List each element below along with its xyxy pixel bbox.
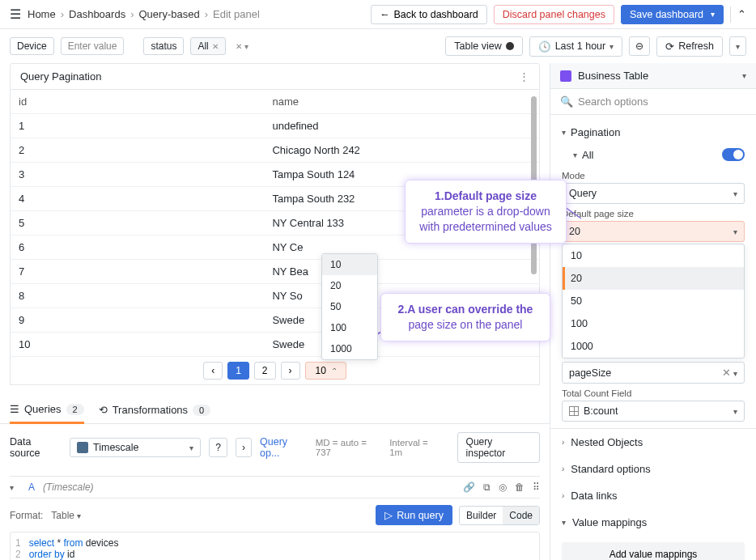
datasource-select[interactable]: Timescale ▾ xyxy=(70,438,201,457)
breadcrumb-home[interactable]: Home xyxy=(28,8,56,20)
default-page-size-dropdown: 1020501001000 xyxy=(562,244,745,358)
query-ds-name: (Timescale) xyxy=(43,482,94,493)
back-button[interactable]: ←Back to dashboard xyxy=(371,5,487,24)
section-value-mappings[interactable]: ▾Value mappings xyxy=(550,509,756,536)
panel-menu-icon[interactable]: ⋮ xyxy=(519,70,529,83)
col-name[interactable]: name xyxy=(264,90,539,114)
refresh-button[interactable]: ⟳Refresh xyxy=(656,36,723,57)
device-label: Device xyxy=(10,37,54,55)
chevron-up-icon[interactable]: ⌃ xyxy=(737,8,746,20)
save-button[interactable]: Save dashboard▾ xyxy=(621,5,724,24)
business-table-icon xyxy=(560,70,571,82)
builder-tab[interactable]: Builder xyxy=(460,507,503,524)
query-letter[interactable]: A xyxy=(28,482,35,493)
page-size-option[interactable]: 50 xyxy=(322,296,377,317)
page-size-option[interactable]: 20 xyxy=(322,275,377,296)
viz-picker-chevron-icon[interactable]: ▾ xyxy=(742,71,746,80)
queries-icon: ☰ xyxy=(10,403,19,415)
time-range-picker[interactable]: 🕓Last 1 hour▾ xyxy=(529,36,623,57)
breadcrumb: Home › Dashboards › Query-based › Edit p… xyxy=(28,8,364,20)
page-size-selector[interactable]: 10⌃ xyxy=(305,362,346,380)
default-size-option[interactable]: 1000 xyxy=(563,335,744,358)
md-info: MD = auto = 737 xyxy=(316,438,381,457)
callout-2: 2.A user can override the page size on t… xyxy=(380,293,550,342)
tab-queries[interactable]: ☰ Queries 2 xyxy=(10,403,84,424)
default-size-option[interactable]: 20 xyxy=(563,267,744,290)
page-size-dropdown: 1020501001000 xyxy=(321,253,378,360)
default-size-option[interactable]: 100 xyxy=(563,312,744,335)
default-page-size-select[interactable]: 20▾ xyxy=(562,221,745,242)
zoom-out-icon[interactable]: ⊖ xyxy=(629,36,650,56)
query-collapse-icon[interactable]: ▾ xyxy=(10,483,14,492)
format-select[interactable]: Table ▾ xyxy=(51,510,81,521)
default-size-option[interactable]: 10 xyxy=(563,244,744,267)
callout-1: 1.Default page size parameter is a drop-… xyxy=(405,180,567,244)
hamburger-icon[interactable]: ☰ xyxy=(10,6,21,22)
col-id[interactable]: id xyxy=(11,90,264,114)
table-view-toggle[interactable]: Table view xyxy=(445,36,522,56)
interval-info: Interval = 1m xyxy=(389,438,440,457)
page-size-option[interactable]: 10 xyxy=(322,254,377,275)
breadcrumb-edit: Edit panel xyxy=(213,8,260,20)
refresh-interval-dropdown[interactable]: ▾ xyxy=(729,36,746,56)
datasource-label: Data source xyxy=(10,436,62,459)
all-label: All xyxy=(582,149,593,161)
section-data-links[interactable]: ›Data links xyxy=(550,482,756,509)
query-link-icon[interactable]: 🔗 xyxy=(463,482,475,493)
expand-icon[interactable]: › xyxy=(236,438,252,457)
viz-picker[interactable]: Business Table xyxy=(578,70,736,82)
status-all-chip[interactable]: All✕ xyxy=(190,37,225,55)
format-label: Format: xyxy=(10,510,43,521)
table-row: 2Chicago North 242 xyxy=(11,138,539,163)
mode-label: Mode xyxy=(562,171,745,180)
section-nested-objects[interactable]: ›Nested Objects xyxy=(550,429,756,456)
search-options-input[interactable]: Search options xyxy=(578,95,648,108)
page-next[interactable]: › xyxy=(281,362,300,380)
query-duplicate-icon[interactable]: ⧉ xyxy=(483,482,491,493)
transformations-icon: ⟲ xyxy=(99,404,108,416)
default-size-option[interactable]: 50 xyxy=(563,290,744,312)
mode-select[interactable]: Query▾ xyxy=(562,183,745,204)
breadcrumb-dashboards[interactable]: Dashboards xyxy=(69,8,125,20)
table-row: 1undefined xyxy=(11,114,539,138)
section-standard-options[interactable]: ›Standard options xyxy=(550,456,756,482)
tab-transformations[interactable]: ⟲ Transformations 0 xyxy=(99,404,211,422)
panel-title: Query Pagination xyxy=(20,70,101,83)
sql-editor[interactable]: 1234 select * from devices order by id l… xyxy=(10,532,540,560)
total-count-label: Total Count Field xyxy=(562,388,745,398)
page-size-option[interactable]: 1000 xyxy=(322,338,377,359)
code-tab[interactable]: Code xyxy=(503,507,539,524)
page-size-variable-row[interactable]: pageSize ✕ ▾ xyxy=(562,362,745,384)
field-icon xyxy=(569,406,579,416)
page-size-option[interactable]: 100 xyxy=(322,317,377,338)
discard-button[interactable]: Discard panel changes xyxy=(494,5,614,24)
default-page-size-label: Default page size xyxy=(562,209,745,218)
table-row: 7NY Bea xyxy=(11,260,539,284)
page-2[interactable]: 2 xyxy=(254,362,276,380)
all-toggle[interactable] xyxy=(722,148,745,161)
query-delete-icon[interactable]: 🗑 xyxy=(515,482,525,493)
section-pagination[interactable]: ▾Pagination xyxy=(562,121,745,143)
status-clear-icon[interactable]: ✕ ▾ xyxy=(236,42,248,51)
page-1[interactable]: 1 xyxy=(227,362,249,380)
status-label: status xyxy=(143,37,184,55)
page-prev[interactable]: ‹ xyxy=(203,362,223,380)
search-icon: 🔍 xyxy=(560,95,573,108)
all-collapse-icon[interactable]: ▾ xyxy=(573,151,577,159)
device-input[interactable]: Enter value xyxy=(61,37,125,55)
add-value-mappings-button[interactable]: Add value mappings xyxy=(562,542,745,560)
total-count-select[interactable]: B:count ▾ xyxy=(562,401,745,422)
timescale-logo-icon xyxy=(77,442,88,453)
query-drag-icon[interactable]: ⠿ xyxy=(533,482,540,493)
query-toggle-icon[interactable]: ◎ xyxy=(499,482,507,493)
datasource-help-icon[interactable]: ? xyxy=(209,438,227,457)
query-inspector-button[interactable]: Query inspector xyxy=(457,432,540,463)
breadcrumb-querybased[interactable]: Query-based xyxy=(138,8,199,20)
query-options-link[interactable]: Query op... xyxy=(260,436,308,459)
run-query-button[interactable]: ▷Run query xyxy=(376,505,452,525)
